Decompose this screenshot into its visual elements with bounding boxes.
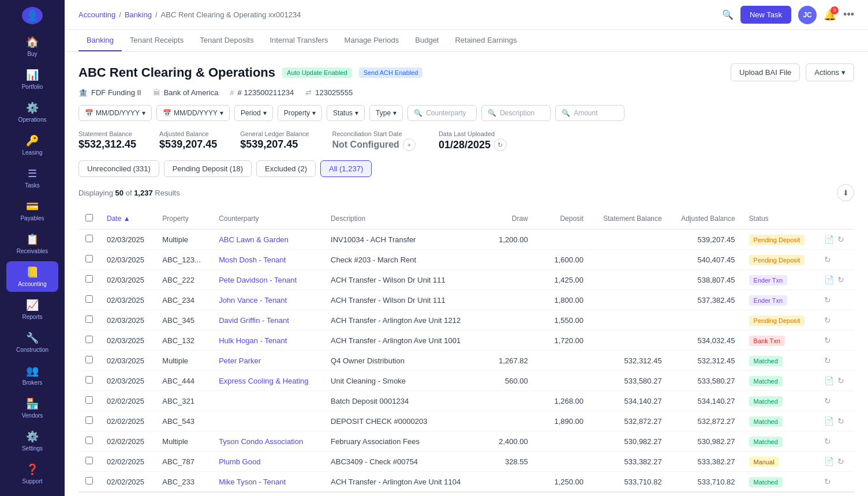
refresh-icon[interactable]: ↻ <box>824 315 831 325</box>
sidebar-item-construction[interactable]: 🔧 Construction <box>6 327 58 358</box>
row-draw: 560.00 <box>479 371 534 391</box>
doc-icon[interactable]: 📄 <box>824 275 834 284</box>
refresh-icon[interactable]: ↻ <box>824 255 831 264</box>
new-task-button[interactable]: New Task <box>740 6 791 24</box>
sidebar-item-reports[interactable]: 📈 Reports <box>6 294 58 325</box>
description-filter[interactable]: 🔍 Description <box>481 105 551 121</box>
row-checkbox[interactable] <box>85 477 93 484</box>
counterparty-filter[interactable]: 🔍 Counterparty <box>407 105 477 121</box>
tab-banking[interactable]: Banking <box>78 30 122 51</box>
row-date: 02/02/2025 <box>100 452 155 472</box>
row-checkbox[interactable] <box>85 315 93 323</box>
sidebar-item-portfolio[interactable]: 📊 Portfolio <box>6 64 58 95</box>
row-checkbox[interactable] <box>85 376 93 384</box>
page-header-left: ABC Rent Clearing & Operations Auto Upda… <box>78 65 422 80</box>
counterparty-link[interactable]: David Griffin - Tenant <box>219 316 289 325</box>
upload-bai-button[interactable]: Upload BAI File <box>731 63 800 81</box>
row-checkbox[interactable] <box>85 457 93 464</box>
breadcrumb-banking[interactable]: Banking <box>125 10 152 19</box>
stat-recon-start: Reconciliation Start Date Not Configured… <box>332 130 415 151</box>
sidebar-item-receivables[interactable]: 📋 Receivables <box>6 228 58 259</box>
refresh-icon[interactable]: ↻ <box>824 477 831 486</box>
tab-all[interactable]: All (1,237) <box>320 160 372 177</box>
date-to-filter[interactable]: 📅 MM/DD/YYYY ▾ <box>156 105 230 121</box>
sidebar-item-buy[interactable]: 🏠 Buy <box>6 31 58 62</box>
select-all-checkbox[interactable] <box>85 214 93 221</box>
more-options-icon[interactable]: ••• <box>843 9 854 21</box>
refresh-icon[interactable]: ↻ <box>824 437 831 446</box>
avatar[interactable]: JC <box>798 6 817 24</box>
row-checkbox[interactable] <box>85 336 93 343</box>
row-checkbox[interactable] <box>85 255 93 262</box>
sidebar-item-vendors[interactable]: 🏪 Vendors <box>6 393 58 423</box>
tab-excluded[interactable]: Excluded (2) <box>256 160 316 177</box>
refresh-icon[interactable]: ↻ <box>837 457 844 466</box>
row-checkbox[interactable] <box>85 356 93 363</box>
counterparty-link[interactable]: ABC Lawn & Garden <box>219 235 289 244</box>
tab-budget[interactable]: Budget <box>407 30 447 51</box>
counterparty-link[interactable]: John Vance - Tenant <box>219 296 287 305</box>
refresh-icon[interactable]: ↻ <box>824 336 831 345</box>
sidebar-item-payables[interactable]: 💳 Payables <box>6 196 58 226</box>
counterparty-link[interactable]: Hulk Hogan - Tenant <box>219 336 287 345</box>
table-row: 02/02/2025 ABC_787 Plumb Good ABC3409 - … <box>78 452 854 472</box>
counterparty-link[interactable]: Mike Tyson - Tenant <box>219 478 286 486</box>
refresh-icon[interactable]: ↻ <box>837 376 844 385</box>
refresh-icon[interactable]: ↻ <box>837 235 844 244</box>
refresh-icon[interactable]: ↻ <box>824 295 831 305</box>
counterparty-link[interactable]: Peter Parker <box>219 356 261 365</box>
counterparty-link[interactable]: Mosh Dosh - Tenant <box>219 255 286 264</box>
tab-manage-periods[interactable]: Manage Periods <box>336 30 407 51</box>
counterparty-link[interactable]: Express Cooling & Heating <box>219 377 308 385</box>
tab-internal-transfers[interactable]: Internal Transfers <box>261 30 336 51</box>
row-deposit <box>535 371 590 391</box>
tab-retained-earnings[interactable]: Retained Earnings <box>447 30 525 51</box>
refresh-icon[interactable]: ↻ <box>824 356 831 365</box>
tab-tenant-deposits[interactable]: Tenant Deposits <box>192 30 261 51</box>
row-checkbox[interactable] <box>85 416 93 424</box>
stat-adjusted-balance: Adjusted Balance $539,207.45 <box>159 130 217 151</box>
counterparty-link[interactable]: Tyson Condo Association <box>219 437 303 446</box>
sidebar-item-accounting[interactable]: 📒 Accounting <box>6 261 58 292</box>
sidebar-item-tasks[interactable]: ☰ Tasks <box>6 163 58 193</box>
date-from-filter[interactable]: 📅 MM/DD/YYYY ▾ <box>78 105 152 121</box>
doc-icon[interactable]: 📄 <box>824 457 834 466</box>
search-icon[interactable]: 🔍 <box>722 9 734 20</box>
row-stmt-bal <box>590 330 669 351</box>
doc-icon[interactable]: 📄 <box>824 235 834 244</box>
row-status: Manual <box>742 452 818 472</box>
row-adj-bal: 532,312.45 <box>669 351 742 371</box>
row-checkbox[interactable] <box>85 295 93 303</box>
tab-tenant-receipts[interactable]: Tenant Receipts <box>122 30 192 51</box>
counterparty-link[interactable]: Plumb Good <box>219 457 260 466</box>
amount-filter[interactable]: 🔍 Amount <box>555 105 624 121</box>
refresh-icon[interactable]: ↻ <box>837 275 844 284</box>
period-filter[interactable]: Period ▾ <box>234 105 273 121</box>
download-button[interactable]: ⬇ <box>837 184 854 201</box>
refresh-icon[interactable]: ↻ <box>837 416 844 426</box>
sidebar-item-settings[interactable]: ⚙️ Settings <box>6 426 58 456</box>
tab-pending-deposit[interactable]: Pending Deposit (18) <box>164 160 252 177</box>
header-date[interactable]: Date ▲ <box>100 208 155 230</box>
row-checkbox[interactable] <box>85 396 93 404</box>
property-filter[interactable]: Property ▾ <box>278 105 322 121</box>
notification-bell[interactable]: 🔔 3 <box>824 9 836 21</box>
sidebar-item-leasing[interactable]: 🔑 Leasing <box>6 130 58 160</box>
sidebar-item-operations[interactable]: ⚙️ Operations <box>6 97 58 127</box>
status-filter[interactable]: Status ▾ <box>327 105 365 121</box>
counterparty-link[interactable]: Pete Davidson - Tenant <box>219 276 297 284</box>
tab-unreconciled[interactable]: Unreconciled (331) <box>78 160 159 177</box>
breadcrumb-accounting[interactable]: Accounting <box>78 10 115 19</box>
refresh-icon[interactable]: ↻ <box>824 396 831 405</box>
type-filter[interactable]: Type ▾ <box>369 105 403 121</box>
actions-button[interactable]: Actions ▾ <box>806 63 854 81</box>
row-checkbox[interactable] <box>85 275 93 283</box>
data-refresh-button[interactable]: ↻ <box>494 138 507 151</box>
doc-icon[interactable]: 📄 <box>824 376 834 385</box>
row-checkbox[interactable] <box>85 437 93 444</box>
recon-configure-button[interactable]: + <box>403 138 416 151</box>
doc-icon[interactable]: 📄 <box>824 416 834 426</box>
sidebar-item-brokers[interactable]: 👥 Brokers <box>6 360 58 390</box>
row-checkbox[interactable] <box>85 235 93 242</box>
sidebar-item-support[interactable]: ❓ Support <box>6 459 58 489</box>
